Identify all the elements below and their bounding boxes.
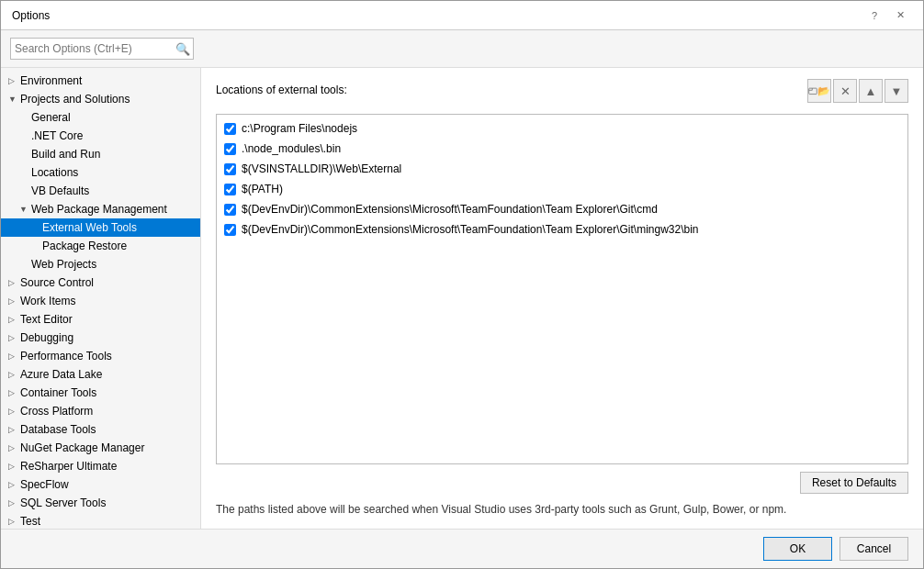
sidebar-item-label-environment: Environment xyxy=(20,74,82,87)
sidebar-item-label-build-run: Build and Run xyxy=(31,148,100,161)
help-button[interactable]: ? xyxy=(862,6,886,25)
sidebar-item-label-locations: Locations xyxy=(31,166,78,179)
tree-arrow-environment: ▷ xyxy=(8,76,17,85)
dialog-footer: OK Cancel xyxy=(1,529,923,568)
sidebar-item-external-web-tools[interactable]: External Web Tools xyxy=(1,218,200,237)
path-item: .\node_modules\.bin xyxy=(220,139,904,159)
path-item: $(VSINSTALLDIR)\Web\External xyxy=(220,159,904,179)
svg-rect-0 xyxy=(809,88,817,94)
tree-arrow-database-tools: ▷ xyxy=(8,425,17,434)
tree-arrow-specflow: ▷ xyxy=(8,480,17,489)
sidebar-item-work-items[interactable]: ▷Work Items xyxy=(1,292,200,310)
sidebar-item-cross-platform[interactable]: ▷Cross Platform xyxy=(1,402,200,420)
tree-arrow-azure-data-lake: ▷ xyxy=(8,370,17,379)
path-text-2: $(VSINSTALLDIR)\Web\External xyxy=(242,162,401,175)
search-icon[interactable]: 🔍 xyxy=(173,39,193,59)
sidebar-item-build-run[interactable]: Build and Run xyxy=(1,145,200,163)
sidebar-item-label-container-tools: Container Tools xyxy=(20,386,96,399)
sidebar-item-locations[interactable]: Locations xyxy=(1,163,200,182)
sidebar-item-web-package-mgmt[interactable]: ▼Web Package Management xyxy=(1,200,200,218)
sidebar-item-database-tools[interactable]: ▷Database Tools xyxy=(1,420,200,439)
path-checkbox-4[interactable] xyxy=(224,204,236,216)
add-path-button[interactable]: 📂 xyxy=(807,79,831,103)
sidebar-item-label-general: General xyxy=(31,111,71,124)
sidebar-item-sql-server-tools[interactable]: ▷SQL Server Tools xyxy=(1,494,200,512)
path-text-1: .\node_modules\.bin xyxy=(242,142,341,155)
tree-arrow-projects-solutions: ▼ xyxy=(8,95,17,104)
path-text-5: $(DevEnvDir)\CommonExtensions\Microsoft\… xyxy=(242,223,699,236)
panel-header: Locations of external tools: xyxy=(216,84,347,96)
paths-list: c:\Program Files\nodejs.\node_modules\.b… xyxy=(216,114,908,464)
tree-arrow-resharper-ultimate: ▷ xyxy=(8,462,17,471)
path-item: $(PATH) xyxy=(220,179,904,199)
main-content: ▷Environment▼Projects and SolutionsGener… xyxy=(1,68,923,529)
move-up-button[interactable]: ▲ xyxy=(859,79,883,103)
sidebar-item-specflow[interactable]: ▷SpecFlow xyxy=(1,475,200,494)
right-panel: Locations of external tools: 📂 ✕ xyxy=(201,68,923,529)
close-button[interactable]: ✕ xyxy=(888,6,912,25)
sidebar-item-label-database-tools: Database Tools xyxy=(20,423,96,436)
tree-arrow-text-editor: ▷ xyxy=(8,315,17,324)
move-down-button[interactable]: ▼ xyxy=(885,79,908,103)
sidebar-item-label-projects-solutions: Projects and Solutions xyxy=(20,93,130,106)
sidebar-item-label-work-items: Work Items xyxy=(20,295,75,307)
sidebar-item-resharper-ultimate[interactable]: ▷ReSharper Ultimate xyxy=(1,457,200,475)
sidebar-item-source-control[interactable]: ▷Source Control xyxy=(1,273,200,292)
hint-text: The paths listed above will be searched … xyxy=(216,501,908,518)
tree-arrow-cross-platform: ▷ xyxy=(8,407,17,416)
sidebar-item-label-test: Test xyxy=(20,515,40,528)
sidebar-item-azure-data-lake[interactable]: ▷Azure Data Lake xyxy=(1,365,200,384)
path-checkbox-5[interactable] xyxy=(224,224,236,236)
sidebar-item-projects-solutions[interactable]: ▼Projects and Solutions xyxy=(1,90,200,108)
sidebar-item-debugging[interactable]: ▷Debugging xyxy=(1,329,200,347)
sidebar-item-container-tools[interactable]: ▷Container Tools xyxy=(1,384,200,402)
ok-button[interactable]: OK xyxy=(763,537,832,561)
sidebar: ▷Environment▼Projects and SolutionsGener… xyxy=(1,68,201,529)
path-item: c:\Program Files\nodejs xyxy=(220,118,904,139)
sidebar-item-label-performance-tools: Performance Tools xyxy=(20,350,112,363)
search-box: 🔍 xyxy=(10,38,194,60)
sidebar-item-web-projects[interactable]: Web Projects xyxy=(1,255,200,273)
tree-arrow-source-control: ▷ xyxy=(8,278,17,287)
search-area: 🔍 xyxy=(1,30,923,68)
cancel-button[interactable]: Cancel xyxy=(839,537,908,561)
tree-arrow-performance-tools: ▷ xyxy=(8,351,17,361)
title-bar-left: Options xyxy=(12,9,50,22)
dialog-title: Options xyxy=(12,9,50,22)
sidebar-item-label-vb-defaults: VB Defaults xyxy=(31,184,89,197)
search-input[interactable] xyxy=(11,42,173,55)
path-checkbox-1[interactable] xyxy=(224,143,236,155)
sidebar-item-label-sql-server-tools: SQL Server Tools xyxy=(20,496,106,509)
sidebar-item-package-restore[interactable]: Package Restore xyxy=(1,237,200,255)
sidebar-item-general[interactable]: General xyxy=(1,108,200,127)
toolbar-row: 📂 ✕ ▲ ▼ xyxy=(807,79,908,103)
path-text-0: c:\Program Files\nodejs xyxy=(242,122,357,135)
sidebar-item-performance-tools[interactable]: ▷Performance Tools xyxy=(1,347,200,365)
sidebar-item-vb-defaults[interactable]: VB Defaults xyxy=(1,182,200,200)
delete-path-button[interactable]: ✕ xyxy=(833,79,857,103)
sidebar-item-nuget-package-mgr[interactable]: ▷NuGet Package Manager xyxy=(1,439,200,457)
sidebar-item-label-text-editor: Text Editor xyxy=(20,313,73,326)
options-dialog: Options ? ✕ 🔍 ▷Environment▼Projects and … xyxy=(0,0,924,569)
sidebar-item-label-resharper-ultimate: ReSharper Ultimate xyxy=(20,460,117,473)
sidebar-item-net-core[interactable]: .NET Core xyxy=(1,127,200,145)
sidebar-item-text-editor[interactable]: ▷Text Editor xyxy=(1,310,200,329)
sidebar-item-label-nuget-package-mgr: NuGet Package Manager xyxy=(20,441,144,454)
sidebar-item-test[interactable]: ▷Test xyxy=(1,512,200,529)
path-item: $(DevEnvDir)\CommonExtensions\Microsoft\… xyxy=(220,219,904,240)
path-checkbox-3[interactable] xyxy=(224,184,236,195)
title-bar-controls: ? ✕ xyxy=(862,6,912,25)
tree-arrow-test: ▷ xyxy=(8,517,17,526)
sidebar-item-label-debugging: Debugging xyxy=(20,331,73,344)
sidebar-item-label-source-control: Source Control xyxy=(20,276,94,289)
tree-arrow-web-package-mgmt: ▼ xyxy=(19,205,28,214)
sidebar-item-label-web-projects: Web Projects xyxy=(31,258,96,271)
path-text-3: $(PATH) xyxy=(242,183,283,195)
sidebar-item-label-specflow: SpecFlow xyxy=(20,478,69,491)
path-checkbox-0[interactable] xyxy=(224,123,236,135)
path-checkbox-2[interactable] xyxy=(224,163,236,175)
sidebar-item-environment[interactable]: ▷Environment xyxy=(1,72,200,90)
path-text-4: $(DevEnvDir)\CommonExtensions\Microsoft\… xyxy=(242,203,658,216)
reset-defaults-button[interactable]: Reset to Defaults xyxy=(800,472,908,494)
sidebar-item-label-external-web-tools: External Web Tools xyxy=(42,221,137,234)
